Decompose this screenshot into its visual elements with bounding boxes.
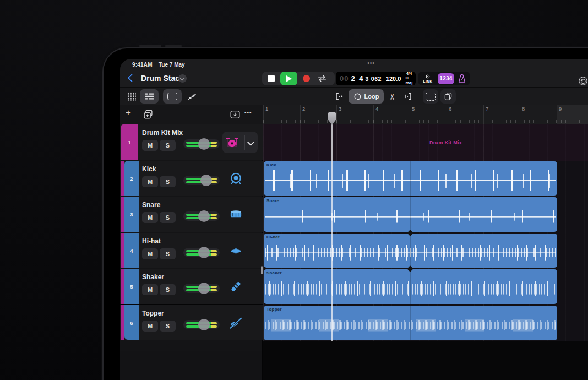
track-headers-panel: + xyxy=(120,105,263,380)
ipad-top-button xyxy=(139,45,161,47)
volume-fader[interactable] xyxy=(183,320,220,329)
import-track-button[interactable] xyxy=(229,108,241,121)
track-color-tab[interactable]: 4 xyxy=(124,233,139,268)
track-number: 3 xyxy=(124,211,139,218)
multitasking-dots-icon[interactable]: ••• xyxy=(362,60,380,66)
solo-button[interactable]: S xyxy=(160,248,176,259)
track-name: Snare xyxy=(142,201,160,209)
volume-fader[interactable] xyxy=(183,176,220,185)
track-color-tab[interactable]: 6 xyxy=(124,305,139,340)
track-header-snare[interactable]: 3 Snare M S xyxy=(120,197,263,232)
chip-divider xyxy=(244,135,245,150)
waveform-topper xyxy=(265,312,556,339)
tracks-view-button[interactable] xyxy=(140,89,159,104)
loop-tool-button[interactable]: Loop xyxy=(349,89,384,104)
volume-fader[interactable] xyxy=(183,211,220,221)
fader-knob[interactable] xyxy=(198,319,210,330)
solo-button[interactable]: S xyxy=(160,321,176,332)
link-button[interactable]: LINK xyxy=(420,72,435,85)
lcd-display[interactable]: 00 2 4 3 062 120.0 4/4 C maj xyxy=(336,72,416,85)
volume-fader[interactable] xyxy=(183,139,220,149)
fader-knob[interactable] xyxy=(198,247,210,258)
copy-icon xyxy=(443,91,453,101)
count-in-button[interactable]: 1234 xyxy=(438,73,454,84)
track-number: 4 xyxy=(124,247,139,253)
track-header-topper[interactable]: 6 Topper M S xyxy=(120,305,263,340)
mute-button[interactable]: M xyxy=(142,176,158,187)
link-label: LINK xyxy=(423,79,433,83)
playhead-line xyxy=(331,124,333,341)
solo-button[interactable]: S xyxy=(160,176,176,187)
fader-knob[interactable] xyxy=(198,210,210,222)
track-color-tab[interactable]: 2 xyxy=(124,161,139,196)
bar-number: 4 xyxy=(375,106,378,112)
volume-fader[interactable] xyxy=(183,248,220,257)
project-title[interactable]: Drum Stack xyxy=(141,74,184,83)
lcd-ghost-digits: 00 xyxy=(340,74,349,83)
stop-button[interactable] xyxy=(268,75,275,82)
track-number: 2 xyxy=(124,175,139,181)
bar-ruler[interactable]: 1 2 3 4 5 6 7 8 9 xyxy=(263,105,588,124)
track-icon-chip[interactable] xyxy=(222,132,258,153)
region-shaker[interactable]: Shaker xyxy=(264,269,557,304)
solo-button[interactable]: S xyxy=(160,284,176,295)
automation-button[interactable] xyxy=(183,89,200,104)
region-kick[interactable]: Kick xyxy=(264,161,557,196)
region-snare[interactable]: Snare xyxy=(264,197,557,232)
fader-knob[interactable] xyxy=(198,283,210,294)
record-button[interactable] xyxy=(303,75,310,82)
hi-hat-icon xyxy=(228,243,243,258)
browser-button[interactable] xyxy=(123,89,139,104)
cycle-button[interactable] xyxy=(316,73,328,84)
volume-fader[interactable] xyxy=(183,284,220,293)
bar-number: 5 xyxy=(412,106,415,112)
region-hi-hat[interactable]: Hi-hat xyxy=(264,234,557,268)
play-button[interactable] xyxy=(280,72,297,85)
regions-tool-button[interactable] xyxy=(163,89,182,104)
solo-button[interactable]: S xyxy=(160,140,176,151)
view-toolbar: Loop ✂ xyxy=(120,87,588,105)
fader-knob[interactable] xyxy=(200,175,212,186)
region-label: Shaker xyxy=(266,270,282,275)
lcd-tempo: 120.0 xyxy=(386,75,401,82)
lane-drum-kit-mix[interactable]: Drum Kit Mix xyxy=(263,124,588,161)
solo-button[interactable]: S xyxy=(160,212,176,223)
trim-start-tool-button[interactable] xyxy=(332,89,346,104)
region-label: Hi-hat xyxy=(266,235,280,240)
mute-button[interactable]: M xyxy=(142,321,158,332)
mute-button[interactable]: M xyxy=(142,140,158,151)
track-header-drum-kit-mix[interactable]: 1 Drum Kit Mix M S xyxy=(120,124,263,160)
bar-number: 8 xyxy=(522,106,525,112)
mute-button[interactable]: M xyxy=(142,284,158,295)
automation-icon xyxy=(187,92,197,101)
marquee-tool-button[interactable] xyxy=(423,89,438,104)
copy-tool-button[interactable] xyxy=(440,89,456,104)
title-dropdown-button[interactable] xyxy=(178,74,187,83)
metronome-button[interactable] xyxy=(456,73,467,84)
more-options-button[interactable]: ••• xyxy=(244,110,252,116)
mute-button[interactable]: M xyxy=(142,248,158,259)
status-date: Tue 7 May xyxy=(159,62,185,68)
fader-knob[interactable] xyxy=(198,138,210,150)
stack-collapse-chevron-icon[interactable] xyxy=(247,139,254,146)
undo-button[interactable] xyxy=(578,76,588,86)
track-color-tab[interactable]: 1 xyxy=(121,124,138,160)
split-tool-button[interactable]: ✂ xyxy=(385,89,400,104)
duplicate-track-button[interactable] xyxy=(142,108,154,121)
lcd-beat: 4 xyxy=(359,74,363,83)
back-chevron-icon[interactable] xyxy=(128,74,137,83)
transport-controls xyxy=(262,72,335,85)
track-color-tab[interactable]: 5 xyxy=(124,269,139,304)
track-header-hi-hat[interactable]: 4 Hi-hat M S xyxy=(120,233,263,268)
logic-pro-screen: 9:41AM Tue 7 May ••• Drum Stack xyxy=(120,59,588,380)
snare-drum-icon xyxy=(228,207,243,222)
region-topper[interactable]: Topper xyxy=(264,306,557,340)
trim-end-tool-button[interactable] xyxy=(400,89,416,104)
track-header-shaker[interactable]: 5 Shaker M S xyxy=(120,269,263,305)
mute-button[interactable]: M xyxy=(142,212,158,223)
track-header-kick[interactable]: 2 Kick M S xyxy=(120,161,263,196)
panel-resize-handle[interactable] xyxy=(261,266,263,274)
drum-kit-icon xyxy=(225,135,239,150)
track-color-tab[interactable]: 3 xyxy=(124,197,139,232)
add-track-button[interactable]: + xyxy=(126,107,131,118)
